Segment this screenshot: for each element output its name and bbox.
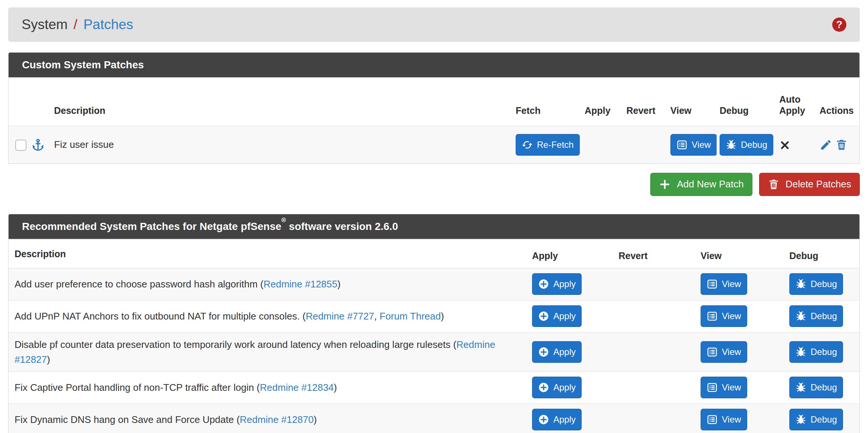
recommended-patch-row: Add user preference to choose password h…: [9, 268, 859, 300]
col-apply: Apply: [529, 240, 616, 268]
revert-cell-empty: [616, 371, 698, 404]
link-redmine-12834[interactable]: Redmine #12834: [260, 382, 334, 393]
debug-button[interactable]: Debug: [789, 377, 843, 398]
recommended-patch-row: Fix Dynamic DNS hang on Save and Force U…: [9, 404, 859, 433]
plus-circle-icon: [538, 311, 549, 322]
recommended-patches-table: Description Apply Revert View Debug Add …: [9, 240, 859, 433]
description-text: Fix Dynamic DNS hang on Save and Force U…: [15, 414, 240, 425]
custom-table-header-row: Description Fetch Apply Revert View Debu…: [9, 78, 859, 126]
list-icon: [707, 382, 718, 393]
view-label: View: [722, 414, 741, 425]
description-text: ): [441, 311, 444, 322]
debug-label: Debug: [811, 414, 837, 425]
view-label: View: [722, 311, 741, 321]
col-view: View: [667, 78, 717, 126]
view-button[interactable]: View: [701, 377, 747, 398]
link-forum-thread[interactable]: Forum Thread: [380, 311, 441, 322]
x-mark-icon: [779, 139, 790, 150]
custom-patch-row: Fiz user issue Re-Fetch View: [9, 126, 859, 163]
recommended-table-header-row: Description Apply Revert View Debug: [9, 240, 859, 268]
debug-label: Debug: [811, 382, 837, 393]
col-apply: Apply: [582, 78, 623, 126]
recommended-patch-row: Add UPnP NAT Anchors to fix outbound NAT…: [9, 300, 859, 332]
apply-label: Apply: [553, 414, 576, 425]
help-icon[interactable]: ?: [832, 18, 846, 32]
view-button[interactable]: View: [701, 273, 747, 295]
add-new-patch-label: Add New Patch: [677, 178, 743, 190]
recommended-patch-row: Fix Captive Portal handling of non-TCP t…: [9, 371, 859, 404]
debug-button[interactable]: Debug: [789, 273, 843, 295]
description-text: ): [337, 278, 341, 290]
delete-patch-icon[interactable]: [835, 138, 848, 151]
revert-cell-empty: [616, 268, 698, 300]
apply-button[interactable]: Apply: [532, 273, 582, 295]
apply-button[interactable]: Apply: [532, 409, 582, 430]
plus-circle-icon: [538, 346, 549, 358]
add-new-patch-button[interactable]: Add New Patch: [650, 173, 752, 196]
description-text: ,: [374, 311, 379, 322]
view-button[interactable]: View: [701, 409, 747, 430]
plus-circle-icon: [538, 382, 549, 393]
pencil-icon: [820, 138, 832, 151]
recommended-patch-row: Disable pf counter data preservation to …: [9, 332, 859, 371]
apply-label: Apply: [553, 382, 576, 393]
patch-description: Fiz user issue: [51, 126, 513, 163]
trash-icon: [835, 138, 848, 151]
debug-label: Debug: [811, 279, 837, 289]
col-debug: Debug: [717, 78, 776, 126]
apply-button[interactable]: Apply: [532, 377, 582, 398]
edit-patch-icon[interactable]: [820, 138, 832, 151]
debug-button[interactable]: Debug: [789, 409, 843, 430]
debug-button[interactable]: Debug: [789, 341, 843, 363]
revert-cell-empty: [616, 332, 698, 371]
view-label: View: [722, 382, 741, 393]
view-button[interactable]: View: [701, 341, 747, 363]
debug-label: Debug: [811, 311, 837, 321]
patch-description: Add user preference to choose password h…: [9, 268, 529, 300]
bug-icon: [726, 139, 737, 150]
refetch-button[interactable]: Re-Fetch: [516, 134, 580, 156]
recommended-patches-panel: Recommended System Patches for Netgate p…: [8, 214, 860, 433]
apply-label: Apply: [553, 279, 576, 289]
view-button[interactable]: View: [670, 134, 717, 156]
view-label: View: [692, 140, 711, 150]
view-button[interactable]: View: [701, 305, 747, 327]
col-fetch: Fetch: [513, 78, 582, 126]
list-icon: [707, 414, 718, 425]
delete-patches-button[interactable]: Delete Patches: [759, 173, 860, 196]
revert-cell-empty: [616, 404, 698, 433]
link-redmine-12855[interactable]: Redmine #12855: [264, 278, 337, 290]
refetch-label: Re-Fetch: [537, 140, 574, 150]
plus-circle-icon: [538, 278, 549, 290]
col-revert: Revert: [616, 240, 698, 268]
breadcrumb-page[interactable]: Patches: [84, 17, 133, 32]
recommended-title-version: software version 2.6.0: [286, 221, 398, 232]
debug-button[interactable]: Debug: [720, 134, 773, 156]
patch-description: Disable pf counter data preservation to …: [9, 332, 529, 371]
col-actions: Actions: [817, 78, 859, 126]
custom-patches-table: Description Fetch Apply Revert View Debu…: [9, 78, 859, 163]
apply-button[interactable]: Apply: [532, 341, 582, 363]
col-view: View: [698, 240, 786, 268]
col-debug: Debug: [786, 240, 859, 268]
col-revert: Revert: [623, 78, 667, 126]
description-text: ): [314, 414, 317, 425]
apply-button[interactable]: Apply: [532, 305, 582, 327]
revert-cell-empty: [616, 300, 698, 332]
breadcrumb-section: System: [22, 17, 67, 32]
description-text: Disable pf counter data preservation to …: [15, 339, 456, 350]
debug-button[interactable]: Debug: [789, 305, 843, 327]
list-icon: [707, 311, 718, 322]
plus-icon: [659, 178, 671, 190]
revert-cell-empty: [623, 126, 667, 163]
description-text: ): [334, 382, 337, 393]
link-redmine-7727[interactable]: Redmine #7727: [306, 311, 374, 322]
patch-select-checkbox[interactable]: [15, 140, 26, 151]
refresh-icon: [522, 139, 533, 150]
bug-icon: [795, 311, 806, 322]
description-text: Add UPnP NAT Anchors to fix outbound NAT…: [15, 311, 306, 322]
col-description: Description: [9, 240, 529, 268]
link-redmine-12870[interactable]: Redmine #12870: [240, 414, 314, 425]
list-icon: [676, 139, 688, 150]
custom-panel-title: Custom System Patches: [9, 53, 859, 78]
